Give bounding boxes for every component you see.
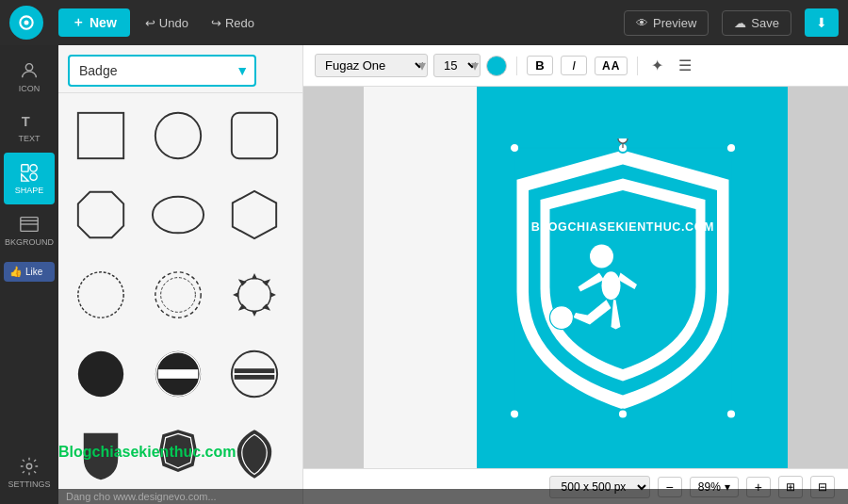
download-icon: ⬇	[816, 15, 827, 30]
design-content: BLOGCHIASEKIENTHUC.COM	[477, 91, 769, 468]
shape-square[interactable]	[68, 103, 134, 169]
app-logo	[9, 6, 43, 40]
sidebar-item-icon[interactable]: ICON	[4, 53, 55, 101]
undo-button[interactable]: ↩ Undo	[138, 11, 196, 35]
align-button[interactable]: ☰	[675, 55, 695, 76]
sidebar-item-bkground[interactable]: BKGROUND	[4, 206, 55, 254]
svg-rect-7	[30, 173, 37, 180]
svg-point-5	[30, 165, 37, 171]
separator2	[637, 57, 638, 75]
preview-label: Preview	[653, 16, 696, 30]
main-layout: ICON T TEXT SHAPE BKGROUND 👍 Like SETTIN…	[0, 45, 848, 504]
shape-oval[interactable]	[145, 182, 211, 248]
plus-icon: ＋	[72, 14, 85, 31]
svg-point-36	[510, 410, 519, 419]
save-button[interactable]: ☁ Save	[722, 10, 791, 36]
svg-marker-6	[22, 174, 28, 181]
svg-marker-15	[78, 192, 123, 237]
redo-icon: ↪	[211, 16, 221, 30]
shape-circle[interactable]	[145, 103, 211, 169]
shape-rounded-square[interactable]	[221, 103, 287, 169]
sidebar-item-settings[interactable]: SETTINGS	[4, 448, 55, 496]
svg-point-16	[153, 197, 204, 234]
svg-point-37	[726, 410, 736, 419]
separator	[516, 57, 517, 75]
svg-point-30	[590, 245, 613, 268]
sidebar-text-label: TEXT	[18, 134, 40, 143]
shape-panel-header: Badge Basic Abstract Arrow Line Star ▼	[58, 45, 302, 93]
undo-label: Undo	[159, 16, 188, 30]
svg-rect-28	[235, 375, 275, 380]
svg-point-26	[232, 351, 277, 397]
shape-striped-badge[interactable]	[221, 341, 287, 407]
svg-text:BLOGCHIASEKIENTHUC.COM: BLOGCHIASEKIENTHUC.COM	[531, 220, 714, 234]
sparkle-button[interactable]: ✦	[647, 55, 667, 76]
svg-point-39	[618, 410, 628, 419]
design-canvas: BLOGCHIASEKIENTHUC.COM	[364, 87, 788, 468]
svg-marker-17	[233, 191, 276, 238]
like-label: Like	[25, 267, 42, 277]
svg-point-1	[24, 21, 29, 25]
shape-dotted-circle[interactable]	[68, 262, 134, 328]
svg-rect-12	[78, 113, 123, 158]
shield-logo-svg: BLOGCHIASEKIENTHUC.COM	[491, 138, 755, 421]
redo-label: Redo	[225, 16, 254, 30]
shapes-grid	[58, 93, 302, 504]
svg-point-18	[78, 272, 123, 317]
save-label: Save	[751, 16, 779, 30]
new-label: New	[90, 15, 117, 30]
shape-sunburst[interactable]	[221, 262, 287, 328]
svg-point-29	[602, 271, 621, 300]
category-select[interactable]: Badge Basic Abstract Arrow Line Star	[68, 55, 256, 87]
sidebar-item-shape[interactable]: SHAPE	[4, 153, 55, 204]
aa-button[interactable]: AA	[595, 57, 628, 75]
svg-point-40	[618, 138, 628, 143]
sidebar-shape-label: SHAPE	[15, 186, 44, 195]
eye-icon: 👁	[636, 16, 648, 30]
svg-point-22	[78, 351, 123, 397]
svg-rect-27	[235, 368, 275, 373]
svg-rect-14	[232, 113, 277, 158]
svg-point-34	[510, 143, 519, 153]
svg-point-2	[25, 64, 32, 71]
font-size-select[interactable]: 15	[433, 54, 481, 77]
facebook-like-button[interactable]: 👍 Like	[4, 262, 55, 282]
redo-button[interactable]: ↪ Redo	[204, 11, 262, 35]
svg-rect-24	[157, 369, 198, 379]
new-button[interactable]: ＋ New	[58, 8, 130, 37]
canvas-area: Fugaz One ▾ 15 ▾ B I AA ✦ ☰	[303, 45, 848, 504]
shape-layered-badge[interactable]	[145, 341, 211, 407]
watermark-text: Dang cho www.designevo.com...	[66, 491, 217, 502]
font-toolbar: Fugaz One ▾ 15 ▾ B I AA ✦ ☰	[303, 45, 848, 87]
undo-icon: ↩	[145, 16, 155, 30]
preview-button[interactable]: 👁 Preview	[624, 10, 709, 36]
sidebar: ICON T TEXT SHAPE BKGROUND 👍 Like SETTIN…	[0, 45, 58, 504]
shape-hexagon[interactable]	[221, 182, 287, 248]
save-icon: ☁	[734, 16, 746, 30]
canvas-workspace[interactable]: BLOGCHIASEKIENTHUC.COM	[303, 87, 848, 468]
toolbar: ＋ New ↩ Undo ↪ Redo 👁 Preview ☁ Save ⬇	[0, 0, 848, 45]
bold-button[interactable]: B	[527, 56, 553, 75]
svg-point-35	[726, 143, 736, 153]
italic-button[interactable]: I	[561, 56, 587, 75]
shape-dotted-circle2[interactable]	[145, 262, 211, 328]
shape-octagon[interactable]	[68, 182, 134, 248]
svg-point-11	[26, 463, 32, 469]
sidebar-icon-label: ICON	[19, 84, 41, 93]
sidebar-bkground-label: BKGROUND	[5, 237, 54, 247]
svg-rect-4	[22, 165, 28, 171]
shape-panel: Badge Basic Abstract Arrow Line Star ▼	[58, 45, 303, 504]
svg-point-20	[160, 277, 195, 312]
blog-watermark: Blogchiasekienthuc.com	[58, 444, 236, 461]
sidebar-item-text[interactable]: T TEXT	[4, 103, 55, 151]
shape-filled-circle[interactable]	[68, 341, 134, 407]
svg-point-19	[155, 272, 200, 317]
svg-point-13	[155, 113, 200, 158]
font-name-select[interactable]: Fugaz One	[315, 54, 428, 77]
svg-text:T: T	[22, 114, 30, 129]
sidebar-settings-label: SETTINGS	[8, 480, 50, 489]
svg-point-31	[550, 306, 574, 330]
watermark-bar: Dang cho www.designevo.com...	[58, 489, 848, 504]
color-picker[interactable]	[486, 56, 507, 76]
download-button[interactable]: ⬇	[805, 8, 839, 37]
